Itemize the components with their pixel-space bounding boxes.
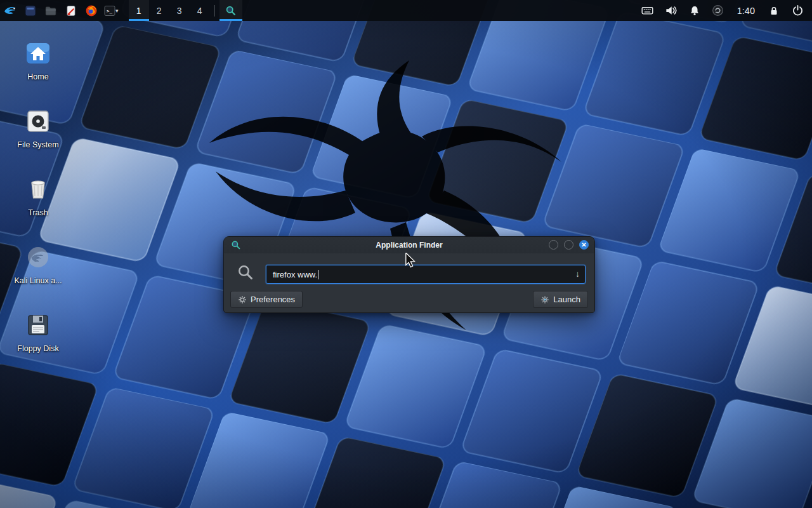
workspace-1-label: 1 (136, 6, 141, 16)
file-manager-icon[interactable] (20, 0, 41, 21)
top-panel: >_ ▾ 1 2 3 4 (0, 0, 812, 21)
launch-button-label: Launch (553, 295, 580, 304)
clock[interactable]: 1:40 (735, 6, 757, 16)
desktop-icon-column: Home File System Trash (5, 32, 71, 371)
desktop-icon-kali-installer[interactable]: Kali Linux a... (5, 236, 71, 304)
close-button[interactable]: ✕ (579, 240, 589, 250)
volume-icon[interactable] (664, 0, 678, 21)
keyboard-indicator-icon[interactable] (641, 0, 655, 21)
floppy-disk-icon (23, 310, 53, 340)
desktop-icon-file-system[interactable]: File System (5, 100, 71, 168)
kali-installer-icon (23, 242, 53, 272)
logout-power-icon[interactable] (790, 0, 804, 21)
application-finder-titlebar-icon (231, 240, 241, 253)
maximize-button[interactable] (564, 240, 573, 250)
desktop-icon-label: Kali Linux a... (14, 276, 62, 285)
svg-text:>_: >_ (107, 8, 113, 13)
workspace-4-label: 4 (197, 6, 202, 16)
search-input-value: firefox www. (273, 270, 317, 279)
search-input[interactable]: firefox www. ↓ (266, 265, 586, 284)
notifications-bell-icon[interactable] (688, 0, 702, 21)
desktop-icon-floppy-disk[interactable]: Floppy Disk (5, 304, 71, 371)
workspace-3[interactable]: 3 (169, 0, 190, 21)
file-system-drive-icon (23, 106, 53, 137)
desktop-icon-label: Trash (28, 208, 48, 217)
desktop-icon-label: File System (17, 140, 58, 149)
window-titlebar[interactable]: Application Finder ✕ (224, 237, 594, 253)
terminal-launcher[interactable]: >_ ▾ (102, 0, 120, 21)
folder-icon[interactable] (41, 0, 61, 21)
text-editor-icon[interactable] (61, 0, 81, 21)
workspace-1[interactable]: 1 (129, 0, 149, 21)
tasklist-separator (214, 5, 215, 17)
button-row: Preferences Launch (224, 291, 594, 309)
minimize-button[interactable] (549, 240, 558, 250)
gear-icon (238, 295, 247, 304)
workspace-4[interactable]: 4 (190, 0, 210, 21)
workspace-2[interactable]: 2 (149, 0, 169, 21)
updates-icon[interactable] (711, 0, 725, 21)
launcher-dropdown-chevron[interactable]: ▾ (115, 8, 119, 14)
home-folder-icon (23, 38, 53, 69)
workspace-2-label: 2 (157, 6, 162, 16)
search-icon (237, 264, 254, 284)
terminal-icon: >_ (103, 4, 117, 18)
launch-button[interactable]: Launch (533, 291, 588, 308)
preferences-button-label: Preferences (251, 295, 295, 304)
window-title: Application Finder (224, 241, 594, 250)
kali-menu-icon[interactable] (0, 0, 20, 21)
search-row: firefox www. ↓ (224, 253, 594, 291)
system-tray: 1:40 (641, 0, 812, 21)
preferences-button[interactable]: Preferences (230, 291, 303, 308)
desktop-icon-home[interactable]: Home (5, 32, 71, 100)
desktop-icon-label: Home (27, 72, 48, 81)
taskbar-application-finder[interactable] (219, 0, 242, 21)
text-caret (318, 270, 318, 279)
trash-icon (23, 174, 53, 204)
workspace-3-label: 3 (177, 6, 182, 16)
firefox-icon[interactable] (81, 0, 102, 21)
launch-gear-icon (540, 295, 549, 304)
application-finder-window: Application Finder ✕ firefox www. ↓ (223, 236, 595, 313)
history-dropdown-arrow-icon[interactable]: ↓ (575, 269, 580, 279)
lock-screen-icon[interactable] (767, 0, 781, 21)
desktop-icon-label: Floppy Disk (17, 344, 58, 353)
desktop-icon-trash[interactable]: Trash (5, 168, 71, 236)
application-finder-icon (225, 5, 237, 17)
